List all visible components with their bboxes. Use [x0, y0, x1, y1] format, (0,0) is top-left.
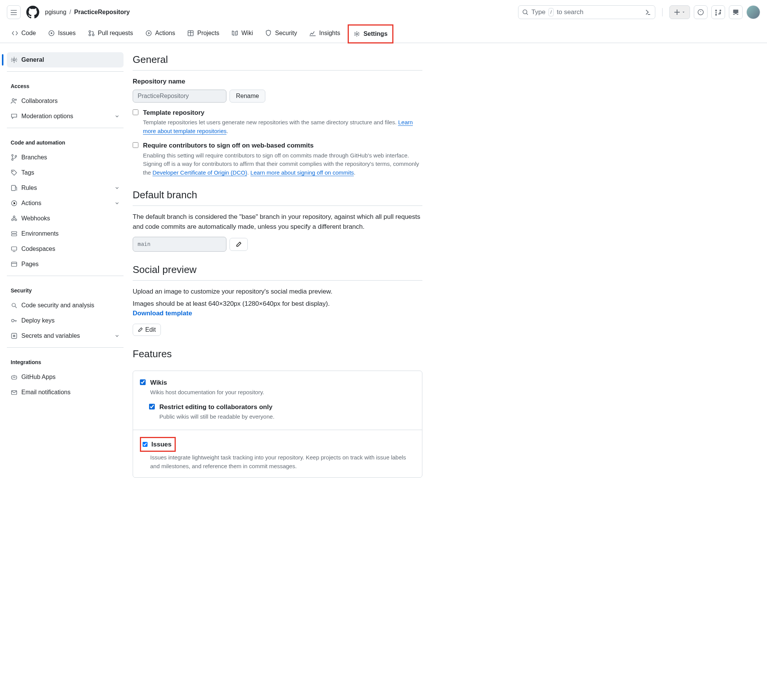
- social-desc2: Images should be at least 640×320px (128…: [133, 299, 422, 318]
- svg-point-1: [51, 32, 53, 34]
- sidebar-item-ghapps[interactable]: GitHub Apps: [7, 369, 124, 385]
- tab-insights[interactable]: Insights: [305, 24, 345, 43]
- create-new-button[interactable]: [669, 5, 690, 19]
- sidebar-group-access: Access: [7, 75, 124, 93]
- sidebar-item-secrets[interactable]: Secrets and variables: [7, 328, 124, 344]
- svg-point-25: [11, 319, 14, 322]
- issues-button[interactable]: [694, 5, 708, 19]
- tab-wiki[interactable]: Wiki: [227, 24, 257, 43]
- repo-link[interactable]: PracticeRepository: [74, 8, 130, 17]
- rename-branch-button[interactable]: [229, 238, 248, 251]
- sidebar-item-pages[interactable]: Pages: [7, 257, 124, 272]
- table-icon: [187, 30, 194, 37]
- sidebar-item-general[interactable]: General: [7, 52, 124, 67]
- plus-icon: [674, 9, 680, 15]
- search-icon: [522, 9, 528, 15]
- owner-link[interactable]: pgisung: [45, 8, 66, 17]
- svg-point-24: [12, 303, 15, 307]
- svg-rect-23: [11, 262, 17, 266]
- sidebar-item-deploykeys[interactable]: Deploy keys: [7, 313, 124, 328]
- pullrequest-icon: [715, 9, 722, 16]
- restrict-wiki-checkbox[interactable]: [149, 404, 155, 409]
- tab-pulls[interactable]: Pull requests: [83, 24, 138, 43]
- codespaces-icon: [11, 246, 18, 252]
- breadcrumb: pgisung / PracticeRepository: [45, 8, 130, 17]
- svg-point-18: [15, 219, 17, 221]
- edit-social-button[interactable]: Edit: [133, 324, 161, 336]
- branch-icon: [11, 154, 18, 161]
- sidebar-item-tags[interactable]: Tags: [7, 165, 124, 180]
- people-icon: [11, 98, 18, 104]
- github-logo[interactable]: [26, 5, 40, 19]
- svg-point-11: [11, 154, 13, 156]
- svg-point-4: [92, 34, 94, 36]
- code-icon: [11, 30, 18, 37]
- key-icon: [11, 317, 18, 324]
- play-icon: [145, 30, 152, 37]
- sidebar-item-actions[interactable]: Actions: [7, 196, 124, 211]
- template-checkbox[interactable]: [133, 109, 138, 115]
- issues-highlight: Issues: [140, 437, 176, 452]
- heading-general: General: [133, 52, 422, 71]
- dco-link[interactable]: Developer Certificate of Origin (DCO): [152, 169, 247, 176]
- svg-point-10: [15, 99, 16, 100]
- label-repo-name: Repository name: [133, 77, 422, 87]
- signoff-learn-link[interactable]: Learn more about signing off on commits: [250, 169, 354, 176]
- command-palette-icon[interactable]: [643, 8, 651, 16]
- signoff-desc: Enabling this setting will require contr…: [143, 151, 422, 177]
- sidebar-group-security: Security: [7, 280, 124, 298]
- sidebar-item-webhooks[interactable]: Webhooks: [7, 211, 124, 226]
- pencil-icon: [236, 241, 242, 247]
- tab-projects[interactable]: Projects: [183, 24, 224, 43]
- download-template-link[interactable]: Download template: [133, 310, 192, 317]
- mail-icon: [11, 389, 18, 396]
- repo-name-input[interactable]: [133, 90, 226, 103]
- sidebar-item-collaborators[interactable]: Collaborators: [7, 93, 124, 109]
- scan-icon: [11, 302, 18, 309]
- pulls-button[interactable]: [711, 5, 725, 19]
- avatar[interactable]: [746, 5, 760, 19]
- comment-icon: [11, 113, 18, 120]
- issues-checkbox[interactable]: [143, 442, 148, 447]
- tag-icon: [11, 169, 18, 176]
- hamburger-icon: [10, 9, 17, 16]
- svg-rect-21: [11, 234, 17, 236]
- wikis-title: Wikis: [150, 378, 264, 388]
- svg-point-7: [356, 33, 358, 35]
- pencil-icon: [138, 327, 143, 332]
- tab-issues[interactable]: Issues: [43, 24, 80, 43]
- sidebar-group-integrations: Integrations: [7, 352, 124, 369]
- hamburger-menu-button[interactable]: [7, 5, 21, 19]
- svg-rect-22: [11, 247, 17, 250]
- sidebar-item-codespaces[interactable]: Codespaces: [7, 241, 124, 257]
- inbox-button[interactable]: [729, 5, 743, 19]
- tab-actions[interactable]: Actions: [141, 24, 180, 43]
- gear-icon: [11, 56, 18, 63]
- shield-icon: [265, 30, 272, 37]
- rules-icon: [11, 185, 18, 191]
- sidebar-item-moderation[interactable]: Moderation options: [7, 109, 124, 124]
- tab-security[interactable]: Security: [260, 24, 302, 43]
- chevron-down-icon: [114, 333, 120, 339]
- chevron-down-icon: [114, 201, 120, 206]
- svg-point-12: [11, 159, 13, 161]
- sidebar-item-environments[interactable]: Environments: [7, 226, 124, 241]
- sidebar-item-codesec[interactable]: Code security and analysis: [7, 298, 124, 313]
- sidebar-item-emailnotif[interactable]: Email notifications: [7, 385, 124, 400]
- svg-point-9: [12, 99, 14, 101]
- sidebar-item-branches[interactable]: Branches: [7, 150, 124, 165]
- heading-social: Social preview: [133, 262, 422, 281]
- template-desc: Template repositories let users generate…: [143, 118, 422, 135]
- wikis-checkbox[interactable]: [140, 379, 146, 385]
- rename-button[interactable]: Rename: [229, 90, 265, 103]
- pullrequest-icon: [88, 30, 95, 37]
- svg-point-14: [13, 171, 13, 172]
- book-icon: [231, 30, 238, 37]
- search-input[interactable]: Type / to search: [518, 5, 655, 19]
- issues-title: Issues: [151, 440, 172, 450]
- signoff-checkbox[interactable]: [133, 142, 138, 148]
- tab-code[interactable]: Code: [7, 24, 40, 43]
- inbox-icon: [732, 9, 739, 16]
- tab-settings[interactable]: Settings: [348, 24, 393, 43]
- sidebar-item-rules[interactable]: Rules: [7, 180, 124, 196]
